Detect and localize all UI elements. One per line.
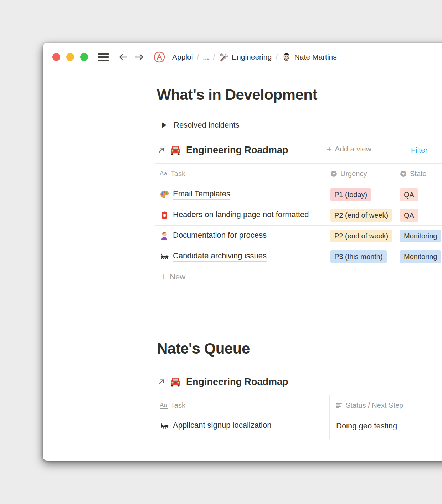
column-header-task[interactable]: Aa Task: [155, 164, 325, 184]
title-property-icon: Aa: [160, 402, 168, 409]
state-cell[interactable]: QA: [395, 184, 442, 205]
plus-icon: +: [160, 271, 166, 282]
task-title-link[interactable]: Email Templates: [173, 189, 230, 200]
select-property-icon: [330, 170, 337, 177]
arrow-up-right-icon[interactable]: [158, 146, 165, 154]
ant-icon: [160, 422, 169, 430]
person-facepalm-icon: [160, 231, 169, 241]
app-window: Apploi / ... / Engineering /: [43, 43, 442, 461]
section-title-nates-queue: Nate's Queue: [157, 340, 250, 357]
breadcrumb-collapsed[interactable]: ...: [203, 53, 209, 61]
new-row-button[interactable]: + New: [155, 267, 442, 287]
task-title-link[interactable]: Headers on landing page not formatted: [173, 210, 309, 220]
table-row[interactable]: Candidate archiving issues P3 (this mont…: [155, 246, 442, 267]
column-label: Status / Next Step: [346, 401, 403, 410]
state-cell[interactable]: Monitoring: [395, 246, 442, 267]
plus-icon: +: [327, 145, 332, 153]
toggle-triangle-icon[interactable]: [162, 122, 166, 128]
apploi-logo-icon[interactable]: [153, 51, 165, 63]
urgency-tag: P2 (end of week): [330, 209, 392, 222]
column-label: Task: [171, 401, 185, 410]
status-cell[interactable]: Doing geo testing: [330, 416, 442, 436]
column-header-state[interactable]: State: [395, 164, 442, 184]
column-label: Task: [171, 170, 185, 178]
task-cell[interactable]: Applicant signup localization: [155, 416, 330, 436]
car-icon: [170, 145, 181, 155]
status-cell: [330, 436, 442, 439]
column-header-task[interactable]: Aa Task: [155, 395, 330, 416]
state-tag: QA: [400, 188, 418, 201]
collection-header-roadmap: Engineering Roadmap: [158, 142, 288, 158]
urgency-tag: P1 (today): [330, 188, 371, 201]
queue-table: Aa Task Status / Next Step: [155, 395, 442, 439]
urgency-cell[interactable]: P2 (end of week): [325, 226, 395, 246]
hammer-wrench-icon: [219, 52, 228, 62]
add-a-view-label: Add a view: [335, 145, 371, 153]
column-label: State: [410, 170, 427, 178]
roadmap-table: Aa Task Urgency State: [155, 163, 442, 287]
task-cell: [155, 436, 330, 439]
task-cell[interactable]: Email Templates: [155, 184, 325, 205]
column-header-status[interactable]: Status / Next Step: [330, 395, 442, 416]
state-cell[interactable]: Monitoring: [395, 226, 442, 246]
task-title-link[interactable]: Applicant signup localization: [173, 421, 271, 431]
breadcrumb-separator: /: [276, 53, 278, 61]
collection-header-roadmap-2: Engineering Roadmap: [158, 374, 288, 390]
close-button[interactable]: [52, 53, 60, 61]
state-tag: Monitoring: [400, 230, 441, 242]
state-tag: QA: [400, 209, 418, 222]
column-label: Urgency: [340, 170, 367, 178]
minimize-button[interactable]: [66, 53, 74, 61]
car-icon: [170, 377, 181, 387]
zoom-button[interactable]: [80, 53, 88, 61]
titlebar: Apploi / ... / Engineering /: [52, 51, 337, 63]
select-property-icon: [400, 170, 407, 177]
breadcrumb-item-nate-martins[interactable]: Nate Martins: [294, 53, 337, 61]
arrow-up-right-icon[interactable]: [158, 378, 165, 386]
back-arrow-icon[interactable]: [118, 53, 128, 61]
table-row[interactable]: Applicant signup localization Doing geo …: [155, 416, 442, 436]
forward-arrow-icon[interactable]: [134, 53, 145, 61]
page-title: What's in Development: [157, 86, 317, 103]
column-header-urgency[interactable]: Urgency: [325, 164, 395, 184]
collection-title[interactable]: Engineering Roadmap: [186, 376, 288, 387]
toggle-label: Resolved incidents: [174, 120, 240, 130]
breadcrumb-separator: /: [213, 53, 215, 61]
urgency-cell[interactable]: P3 (this month): [325, 246, 395, 267]
state-cell[interactable]: QA: [395, 205, 442, 225]
urgency-cell[interactable]: P1 (today): [325, 184, 395, 205]
table-row[interactable]: Email Templates P1 (today) QA: [155, 184, 442, 205]
sidebar-menu-icon[interactable]: [98, 53, 109, 61]
new-row-label: New: [170, 272, 185, 282]
urgency-tag: P3 (this month): [330, 250, 387, 263]
breadcrumb-item-apploi[interactable]: Apploi: [172, 53, 193, 61]
avatar-face-icon: [282, 52, 291, 62]
firecracker-icon: [160, 210, 169, 220]
resolved-incidents-toggle[interactable]: Resolved incidents: [162, 120, 240, 130]
breadcrumb-item-engineering[interactable]: Engineering: [232, 53, 272, 61]
ant-icon: [160, 252, 169, 261]
task-cell[interactable]: Candidate archiving issues: [155, 246, 325, 267]
title-property-icon: Aa: [160, 170, 168, 177]
task-cell[interactable]: Headers on landing page not formatted: [155, 205, 325, 225]
collection-title[interactable]: Engineering Roadmap: [186, 145, 288, 156]
table-row[interactable]: Headers on landing page not formatted P2…: [155, 205, 442, 226]
palette-icon: [160, 190, 169, 199]
table-header-row: Aa Task Status / Next Step: [155, 395, 442, 416]
task-cell[interactable]: Documentation for process: [155, 226, 325, 246]
add-a-view-button[interactable]: + Add a view: [327, 145, 371, 153]
task-title-link[interactable]: Candidate archiving issues: [173, 251, 267, 262]
text-property-icon: [336, 403, 343, 408]
state-tag: Monitoring: [400, 250, 441, 263]
task-title-link[interactable]: Documentation for process: [173, 231, 267, 241]
table-row[interactable]: Documentation for process P2 (end of wee…: [155, 226, 442, 246]
status-value: Doing geo testing: [336, 421, 397, 431]
table-header-row: Aa Task Urgency State: [155, 164, 442, 184]
breadcrumb-separator: /: [197, 53, 199, 61]
breadcrumb: Apploi / ... / Engineering /: [172, 52, 337, 62]
urgency-cell[interactable]: P2 (end of week): [325, 205, 395, 225]
table-row-partial: [155, 436, 442, 439]
filter-button[interactable]: Filter: [411, 146, 428, 154]
urgency-tag: P2 (end of week): [330, 230, 392, 242]
